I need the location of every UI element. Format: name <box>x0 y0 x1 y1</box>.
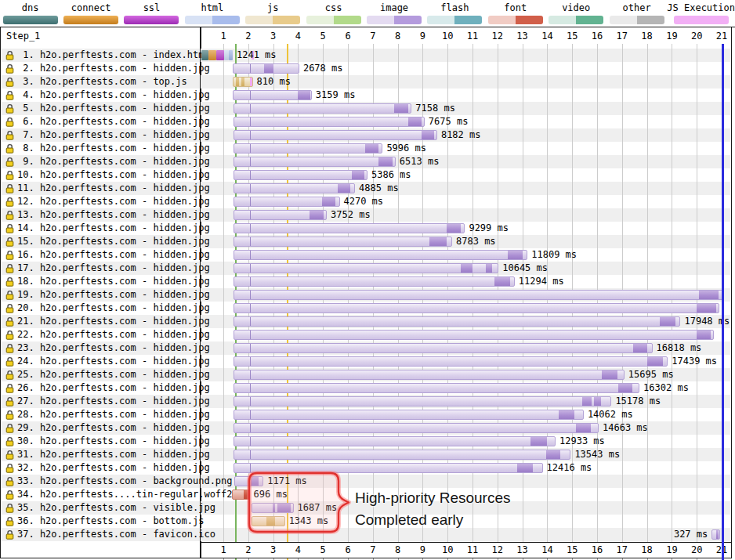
request-bar[interactable] <box>234 237 452 247</box>
request-row[interactable]: 10. h2o.perftests.com - hidden.jpg <box>2 168 199 182</box>
request-sent-marker <box>250 264 251 273</box>
request-bar[interactable] <box>234 450 571 460</box>
request-row[interactable]: 35. h2o.perftests.com - visible.jpg <box>2 501 199 515</box>
ssl-segment[interactable] <box>216 50 224 60</box>
request-row[interactable]: 31. h2o.perftests.com - hidden.jpg <box>2 448 199 461</box>
request-row[interactable]: 26. h2o.perftests.com - hidden.jpg <box>2 381 199 395</box>
request-row[interactable]: 19. h2o.perftests.com - hidden.jpg <box>2 288 199 302</box>
request-label: 36. h2o.perftests.com - bottom.js <box>17 515 204 528</box>
request-label: 8. h2o.perftests.com - hidden.jpg <box>17 142 210 155</box>
content-download-segment <box>660 317 675 326</box>
request-bar[interactable] <box>234 423 599 433</box>
request-label: 32. h2o.perftests.com - hidden.jpg <box>17 461 210 475</box>
request-row[interactable]: 18. h2o.perftests.com - hidden.jpg <box>2 275 199 288</box>
request-row[interactable]: 16. h2o.perftests.com - hidden.jpg <box>2 248 199 262</box>
lock-icon <box>5 130 14 140</box>
request-bar[interactable] <box>234 290 724 300</box>
request-bar[interactable] <box>234 410 584 420</box>
request-bar[interactable] <box>234 250 528 260</box>
request-row[interactable]: 28. h2o.perftests.com - hidden.jpg <box>2 408 199 421</box>
request-row[interactable]: 9. h2o.perftests.com - hidden.jpg <box>2 155 199 168</box>
request-row[interactable]: 34. h2o.perftests....tin-regular.woff2 <box>2 488 199 501</box>
lock-icon <box>5 529 14 540</box>
request-bar[interactable] <box>233 77 253 87</box>
request-row[interactable]: 20. h2o.perftests.com - hidden.jpg <box>2 302 199 315</box>
content-download-segment <box>602 370 617 379</box>
request-row[interactable]: 4. h2o.perftests.com - hidden.jpg <box>2 89 199 102</box>
request-bar[interactable] <box>234 210 327 220</box>
request-bar[interactable] <box>234 117 425 127</box>
request-bar[interactable] <box>234 223 465 233</box>
request-row[interactable]: 17. h2o.perftests.com - hidden.jpg <box>2 262 199 275</box>
request-bar[interactable] <box>232 490 249 500</box>
request-bar[interactable] <box>234 183 355 193</box>
request-row[interactable]: 8. h2o.perftests.com - hidden.jpg <box>2 142 199 155</box>
content-download-segment <box>559 410 574 419</box>
request-row[interactable]: 25. h2o.perftests.com - hidden.jpg <box>2 368 199 381</box>
request-bar[interactable] <box>234 463 543 473</box>
request-row[interactable]: 2. h2o.perftests.com - hidden.jpg <box>2 62 199 75</box>
request-row[interactable]: 33. h2o.perftests.com - background.png <box>2 475 199 488</box>
request-bar[interactable] <box>234 356 668 367</box>
request-row[interactable]: 21. h2o.perftests.com - hidden.jpg <box>2 315 199 328</box>
request-bar[interactable] <box>234 383 639 393</box>
request-row[interactable]: 22. h2o.perftests.com - hidden.jpg <box>2 328 199 341</box>
request-bar[interactable] <box>233 90 311 100</box>
request-row[interactable]: 1. h2o.perftests.com - index.html <box>2 49 199 62</box>
request-row[interactable]: 13. h2o.perftests.com - hidden.jpg <box>2 208 199 222</box>
connect-segment[interactable] <box>208 50 216 60</box>
request-row[interactable]: 30. h2o.perftests.com - hidden.jpg <box>2 435 199 448</box>
request-row[interactable]: 24. h2o.perftests.com - hidden.jpg <box>2 355 199 368</box>
request-bar[interactable] <box>234 436 556 446</box>
document-complete-line <box>722 44 724 560</box>
dns-segment[interactable] <box>201 50 208 60</box>
request-row[interactable]: 14. h2o.perftests.com - hidden.jpg <box>2 222 199 235</box>
request-bar[interactable] <box>234 330 715 340</box>
request-bar[interactable] <box>711 529 719 540</box>
request-bar[interactable] <box>234 276 515 287</box>
request-row[interactable]: 15. h2o.perftests.com - hidden.jpg <box>2 235 199 248</box>
request-row[interactable]: 12. h2o.perftests.com - hidden.jpg <box>2 195 199 208</box>
request-bar[interactable] <box>233 63 299 74</box>
request-bar[interactable] <box>234 303 719 313</box>
content-download-segment <box>241 78 244 86</box>
request-bar[interactable] <box>234 370 625 380</box>
request-bar[interactable] <box>234 476 263 486</box>
request-bar[interactable] <box>234 396 612 406</box>
request-bar[interactable] <box>234 316 681 327</box>
request-bar[interactable] <box>234 103 412 114</box>
content-download-segment <box>365 144 378 153</box>
content-download-segment <box>486 264 492 273</box>
request-row[interactable]: 36. h2o.perftests.com - bottom.js <box>2 515 199 528</box>
html-download-segment[interactable] <box>229 50 233 60</box>
legend-item-ssl: ssl <box>121 0 182 26</box>
request-bar[interactable] <box>234 263 499 273</box>
request-label: 34. h2o.perftests....tin-regular.woff2 <box>17 488 233 501</box>
request-bar[interactable] <box>252 503 294 513</box>
request-bar[interactable] <box>252 516 285 526</box>
request-row[interactable]: 11. h2o.perftests.com - hidden.jpg <box>2 182 199 195</box>
request-row[interactable]: 6. h2o.perftests.com - hidden.jpg <box>2 115 199 128</box>
request-row[interactable]: 7. h2o.perftests.com - hidden.jpg <box>2 128 199 142</box>
request-bar[interactable] <box>234 130 437 140</box>
request-label: 27. h2o.perftests.com - hidden.jpg <box>17 395 210 408</box>
js-swatch <box>245 16 300 24</box>
request-row[interactable]: 23. h2o.perftests.com - hidden.jpg <box>2 341 199 355</box>
request-label: 29. h2o.perftests.com - hidden.jpg <box>17 421 210 435</box>
request-bar[interactable] <box>234 170 368 180</box>
request-bar[interactable] <box>234 343 653 353</box>
duration-label: 9299 ms <box>469 222 509 235</box>
request-bar[interactable] <box>234 197 340 207</box>
request-row[interactable]: 5. h2o.perftests.com - hidden.jpg <box>2 102 199 115</box>
request-row[interactable]: 29. h2o.perftests.com - hidden.jpg <box>2 421 199 435</box>
legend-item-css: css <box>303 0 364 26</box>
request-bar[interactable] <box>234 143 383 154</box>
request-row[interactable]: 3. h2o.perftests.com - top.js <box>2 75 199 89</box>
request-bar[interactable] <box>234 157 396 167</box>
request-row[interactable]: 32. h2o.perftests.com - hidden.jpg <box>2 461 199 475</box>
content-download-segment <box>633 344 648 352</box>
request-row[interactable]: 37. h2o.perftests.com - favicon.ico <box>2 528 199 541</box>
duration-label: 13543 ms <box>574 448 620 461</box>
request-label: 33. h2o.perftests.com - background.png <box>17 475 233 488</box>
request-row[interactable]: 27. h2o.perftests.com - hidden.jpg <box>2 395 199 408</box>
